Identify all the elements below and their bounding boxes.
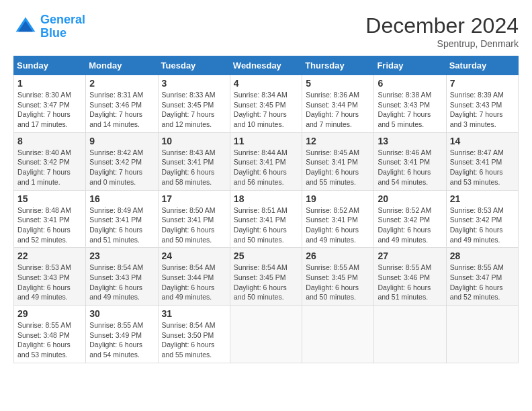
cell-week5-day2: 31 Sunrise: 8:54 AM Sunset: 3:50 PM Dayl… [158,306,230,363]
cell-info: Sunrise: 8:31 AM Sunset: 3:46 PM Dayligh… [89,90,154,130]
cell-info: Sunrise: 8:43 AM Sunset: 3:41 PM Dayligh… [162,148,226,187]
day-number: 16 [89,193,154,204]
cell-week2-day3: 11 Sunrise: 8:44 AM Sunset: 3:41 PM Dayl… [230,132,302,190]
week-row-3: 15 Sunrise: 8:48 AM Sunset: 3:41 PM Dayl… [14,190,519,248]
cell-week3-day4: 19 Sunrise: 8:52 AM Sunset: 3:41 PM Dayl… [302,190,374,248]
cell-info: Sunrise: 8:36 AM Sunset: 3:44 PM Dayligh… [306,90,370,130]
cell-info: Sunrise: 8:55 AM Sunset: 3:47 PM Dayligh… [450,263,515,302]
logo-line2: Blue [40,26,66,40]
logo: General Blue [13,13,85,40]
cell-week3-day2: 17 Sunrise: 8:50 AM Sunset: 3:41 PM Dayl… [158,190,230,248]
day-number: 25 [234,250,298,261]
cell-info: Sunrise: 8:55 AM Sunset: 3:49 PM Dayligh… [89,320,154,360]
cell-info: Sunrise: 8:38 AM Sunset: 3:43 PM Dayligh… [378,90,442,130]
cell-week3-day6: 21 Sunrise: 8:53 AM Sunset: 3:42 PM Dayl… [446,190,518,248]
header-wednesday: Wednesday [230,56,302,75]
logo-icon [13,15,38,39]
day-number: 9 [89,136,154,146]
week-row-4: 22 Sunrise: 8:53 AM Sunset: 3:43 PM Dayl… [14,248,519,306]
day-number: 8 [17,136,82,146]
cell-info: Sunrise: 8:42 AM Sunset: 3:42 PM Dayligh… [89,148,154,187]
day-number: 13 [378,136,442,146]
logo-line1: General [40,13,85,26]
day-number: 19 [306,193,370,204]
day-number: 4 [234,78,298,89]
cell-info: Sunrise: 8:53 AM Sunset: 3:42 PM Dayligh… [450,205,515,245]
cell-info: Sunrise: 8:48 AM Sunset: 3:41 PM Dayligh… [17,205,82,245]
cell-info: Sunrise: 8:50 AM Sunset: 3:41 PM Dayligh… [162,205,226,245]
week-row-5: 29 Sunrise: 8:55 AM Sunset: 3:48 PM Dayl… [14,306,519,363]
day-number: 11 [234,136,298,146]
day-number: 14 [450,136,515,146]
day-number: 12 [306,136,370,146]
cell-info: Sunrise: 8:44 AM Sunset: 3:41 PM Dayligh… [234,148,298,187]
cell-week4-day3: 25 Sunrise: 8:54 AM Sunset: 3:45 PM Dayl… [230,248,302,306]
cell-week1-day2: 3 Sunrise: 8:33 AM Sunset: 3:45 PM Dayli… [158,75,230,133]
cell-week3-day0: 15 Sunrise: 8:48 AM Sunset: 3:41 PM Dayl… [14,190,86,248]
cell-week4-day1: 23 Sunrise: 8:54 AM Sunset: 3:43 PM Dayl… [86,248,158,306]
cell-week5-day4 [302,306,374,363]
cell-week5-day3 [230,306,302,363]
header-tuesday: Tuesday [158,56,230,75]
cell-week5-day0: 29 Sunrise: 8:55 AM Sunset: 3:48 PM Dayl… [14,306,86,363]
weekday-header-row: Sunday Monday Tuesday Wednesday Thursday… [14,56,519,75]
cell-info: Sunrise: 8:46 AM Sunset: 3:41 PM Dayligh… [378,148,442,187]
cell-week5-day1: 30 Sunrise: 8:55 AM Sunset: 3:49 PM Dayl… [86,306,158,363]
cell-info: Sunrise: 8:30 AM Sunset: 3:47 PM Dayligh… [17,90,82,130]
cell-info: Sunrise: 8:54 AM Sunset: 3:43 PM Dayligh… [89,263,154,302]
day-number: 26 [306,250,370,261]
cell-week4-day5: 27 Sunrise: 8:55 AM Sunset: 3:46 PM Dayl… [374,248,446,306]
cell-info: Sunrise: 8:54 AM Sunset: 3:50 PM Dayligh… [162,320,226,360]
cell-info: Sunrise: 8:55 AM Sunset: 3:46 PM Dayligh… [378,263,442,302]
cell-info: Sunrise: 8:34 AM Sunset: 3:45 PM Dayligh… [234,90,298,130]
calendar-table: Sunday Monday Tuesday Wednesday Thursday… [13,56,519,363]
day-number: 2 [89,78,154,89]
cell-week1-day4: 5 Sunrise: 8:36 AM Sunset: 3:44 PM Dayli… [302,75,374,133]
cell-week3-day5: 20 Sunrise: 8:52 AM Sunset: 3:42 PM Dayl… [374,190,446,248]
cell-info: Sunrise: 8:33 AM Sunset: 3:45 PM Dayligh… [162,90,226,130]
cell-week1-day3: 4 Sunrise: 8:34 AM Sunset: 3:45 PM Dayli… [230,75,302,133]
cell-week4-day2: 24 Sunrise: 8:54 AM Sunset: 3:44 PM Dayl… [158,248,230,306]
cell-week5-day6 [446,306,518,363]
cell-week4-day4: 26 Sunrise: 8:55 AM Sunset: 3:45 PM Dayl… [302,248,374,306]
cell-info: Sunrise: 8:39 AM Sunset: 3:43 PM Dayligh… [450,90,515,130]
cell-info: Sunrise: 8:49 AM Sunset: 3:41 PM Dayligh… [89,205,154,245]
week-row-1: 1 Sunrise: 8:30 AM Sunset: 3:47 PM Dayli… [14,75,519,133]
day-number: 15 [17,193,82,204]
cell-info: Sunrise: 8:54 AM Sunset: 3:44 PM Dayligh… [162,263,226,302]
location-subtitle: Spentrup, Denmark [365,38,519,49]
day-number: 31 [162,308,226,319]
cell-info: Sunrise: 8:52 AM Sunset: 3:41 PM Dayligh… [306,205,370,245]
logo-text: General Blue [40,13,85,40]
cell-info: Sunrise: 8:47 AM Sunset: 3:41 PM Dayligh… [450,148,515,187]
header-saturday: Saturday [446,56,518,75]
cell-info: Sunrise: 8:55 AM Sunset: 3:48 PM Dayligh… [17,320,82,360]
cell-week3-day1: 16 Sunrise: 8:49 AM Sunset: 3:41 PM Dayl… [86,190,158,248]
cell-info: Sunrise: 8:45 AM Sunset: 3:41 PM Dayligh… [306,148,370,187]
day-number: 17 [162,193,226,204]
cell-week2-day1: 9 Sunrise: 8:42 AM Sunset: 3:42 PM Dayli… [86,132,158,190]
day-number: 21 [450,193,515,204]
cell-week5-day5 [374,306,446,363]
header-thursday: Thursday [302,56,374,75]
cell-week2-day4: 12 Sunrise: 8:45 AM Sunset: 3:41 PM Dayl… [302,132,374,190]
day-number: 30 [89,308,154,319]
cell-week4-day6: 28 Sunrise: 8:55 AM Sunset: 3:47 PM Dayl… [446,248,518,306]
cell-info: Sunrise: 8:52 AM Sunset: 3:42 PM Dayligh… [378,205,442,245]
day-number: 22 [17,250,82,261]
cell-week1-day1: 2 Sunrise: 8:31 AM Sunset: 3:46 PM Dayli… [86,75,158,133]
cell-info: Sunrise: 8:40 AM Sunset: 3:42 PM Dayligh… [17,148,82,187]
calendar-body: 1 Sunrise: 8:30 AM Sunset: 3:47 PM Dayli… [14,75,519,363]
cell-week2-day5: 13 Sunrise: 8:46 AM Sunset: 3:41 PM Dayl… [374,132,446,190]
day-number: 27 [378,250,442,261]
day-number: 24 [162,250,226,261]
cell-week1-day6: 7 Sunrise: 8:39 AM Sunset: 3:43 PM Dayli… [446,75,518,133]
week-row-2: 8 Sunrise: 8:40 AM Sunset: 3:42 PM Dayli… [14,132,519,190]
title-block: December 2024 Spentrup, Denmark [365,13,519,49]
cell-week2-day0: 8 Sunrise: 8:40 AM Sunset: 3:42 PM Dayli… [14,132,86,190]
day-number: 3 [162,78,226,89]
day-number: 23 [89,250,154,261]
page-header: General Blue December 2024 Spentrup, Den… [13,13,519,49]
header-sunday: Sunday [14,56,86,75]
day-number: 7 [450,78,515,89]
